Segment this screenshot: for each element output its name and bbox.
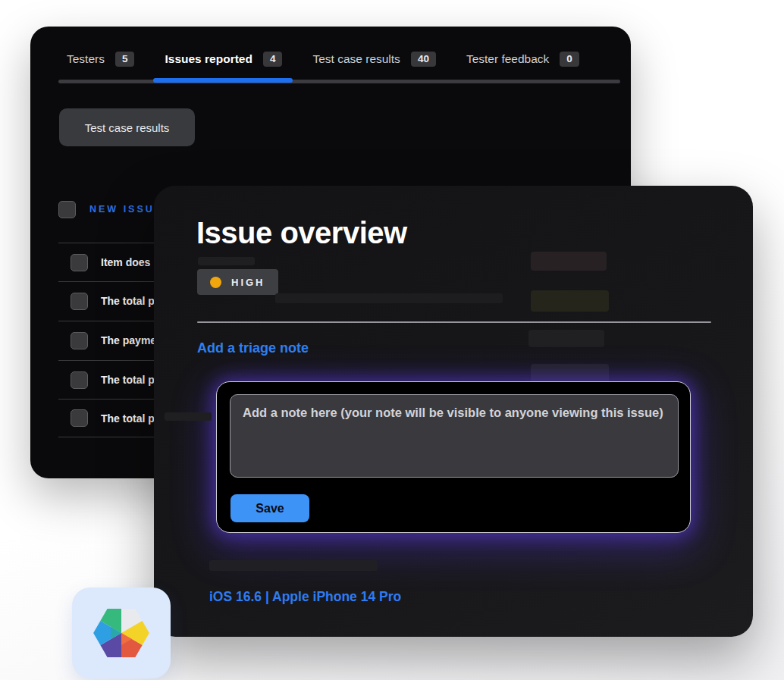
tab-tester-feedback[interactable]: Tester feedback 0 — [466, 52, 579, 67]
faded-button-placeholder — [531, 252, 607, 271]
tab-testers-label: Testers — [67, 52, 105, 66]
tab-issues-reported[interactable]: Issues reported 4 — [165, 52, 282, 67]
issue-row-checkbox[interactable] — [71, 293, 88, 310]
section-divider — [197, 321, 711, 323]
faded-text-placeholder — [165, 412, 212, 421]
issue-overview-panel: Issue overview HIGH Add a triage note Sa… — [154, 186, 753, 637]
issue-row-title: The total p — [101, 295, 155, 307]
faded-text-placeholder — [275, 293, 503, 303]
triage-note-panel: Save — [216, 381, 691, 533]
issue-row-title: The total p — [101, 412, 155, 425]
tab-testers[interactable]: Testers 5 — [67, 52, 134, 67]
faded-text-placeholder — [198, 257, 255, 265]
issue-row-title: The total p — [101, 374, 155, 386]
tab-test-case-results[interactable]: Test case results 40 — [312, 52, 435, 67]
select-all-checkbox[interactable] — [58, 201, 76, 218]
priority-label: HIGH — [231, 277, 265, 288]
save-button[interactable]: Save — [230, 494, 309, 522]
priority-badge: HIGH — [197, 269, 278, 295]
issue-row-checkbox[interactable] — [71, 409, 88, 427]
add-triage-note-link[interactable]: Add a triage note — [197, 340, 309, 356]
tab-tester-feedback-label: Tester feedback — [466, 52, 549, 66]
triage-note-input[interactable] — [230, 394, 679, 478]
test-case-results-button[interactable]: Test case results — [59, 108, 195, 146]
tab-issues-reported-label: Issues reported — [165, 52, 252, 66]
issue-row-title: The payme — [101, 334, 156, 346]
tab-track — [58, 80, 620, 83]
tab-testers-count: 5 — [115, 52, 135, 67]
tab-test-case-results-label: Test case results — [312, 52, 400, 66]
issue-row-title: Item does — [101, 256, 150, 268]
report-tabs: Testers 5 Issues reported 4 Test case re… — [67, 52, 579, 67]
active-tab-underline — [153, 78, 293, 83]
tab-test-case-results-count: 40 — [411, 52, 436, 67]
faded-button-placeholder — [528, 330, 604, 347]
tab-issues-reported-count: 4 — [263, 52, 283, 67]
issue-row-checkbox[interactable] — [71, 371, 88, 389]
app-logo — [72, 588, 171, 678]
tab-tester-feedback-count: 0 — [560, 52, 579, 67]
faded-button-placeholder — [531, 290, 609, 312]
device-info-text: iOS 16.6 | Apple iPhone 14 Pro — [209, 589, 401, 605]
issue-row-checkbox[interactable] — [71, 332, 88, 349]
faded-text-placeholder — [209, 560, 378, 571]
hexagon-cube-icon — [83, 597, 160, 669]
priority-dot-icon — [210, 277, 221, 288]
issue-row-checkbox[interactable] — [71, 254, 88, 271]
issue-overview-title: Issue overview — [196, 216, 407, 250]
